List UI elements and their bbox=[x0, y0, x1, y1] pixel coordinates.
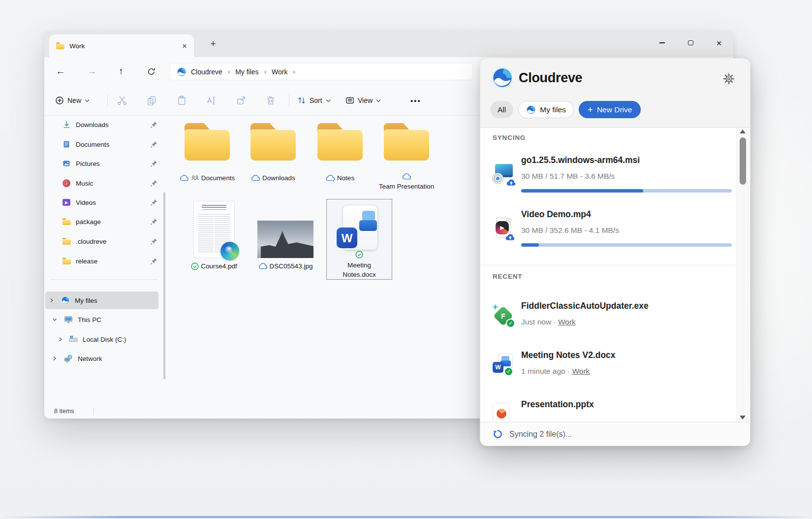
chip-label: My files bbox=[540, 105, 566, 114]
folder-name: Downloads bbox=[262, 173, 295, 183]
maximize-button[interactable] bbox=[676, 31, 705, 55]
recent-location-link[interactable]: Work bbox=[558, 318, 576, 326]
recent-location-link[interactable]: Work bbox=[572, 367, 590, 375]
synced-check-icon bbox=[355, 251, 363, 259]
close-button[interactable]: × bbox=[705, 31, 733, 55]
sidebar-item-this-pc[interactable]: This PC bbox=[48, 311, 163, 328]
more-options-button[interactable]: ••• bbox=[410, 86, 421, 115]
forward-button[interactable]: → bbox=[85, 64, 99, 79]
sidebar-item-network[interactable]: Network bbox=[48, 350, 163, 367]
folder-tile-notes[interactable]: Notes bbox=[311, 122, 370, 183]
cloud-sync-icon bbox=[326, 175, 335, 181]
sidebar-item-music[interactable]: ♪ Music bbox=[48, 174, 163, 192]
paste-icon bbox=[177, 96, 187, 105]
pin-icon bbox=[150, 199, 157, 206]
sidebar-item-label: Local Disk (C:) bbox=[83, 336, 126, 343]
breadcrumb-item-my-files[interactable]: My files bbox=[235, 68, 258, 76]
sidebar-item-pictures[interactable]: Pictures bbox=[48, 155, 163, 172]
syncing-heading: SYNCING bbox=[493, 134, 526, 141]
sort-button[interactable]: Sort bbox=[297, 86, 331, 115]
word-docx-icon: W ✓ bbox=[492, 354, 514, 376]
cut-icon bbox=[117, 96, 127, 105]
sidebar-item-downloads[interactable]: Downloads bbox=[48, 116, 163, 133]
music-icon: ♪ bbox=[62, 179, 71, 188]
breadcrumb-item-cloudreve[interactable]: Cloudreve bbox=[191, 68, 222, 76]
sidebar-item-label: Music bbox=[76, 180, 93, 187]
sidebar-item-my-files[interactable]: My files bbox=[45, 292, 158, 309]
sync-file-name: go1.25.5.windows-arm64.msi bbox=[521, 155, 640, 165]
refresh-button[interactable] bbox=[144, 64, 158, 79]
new-tab-button[interactable]: + bbox=[207, 37, 219, 50]
chevron-down-icon[interactable] bbox=[52, 317, 59, 322]
plus-icon: + bbox=[588, 105, 593, 114]
sidebar-scrollbar[interactable] bbox=[163, 192, 165, 379]
chevron-right-icon[interactable] bbox=[52, 356, 59, 361]
tab-work[interactable]: Work × bbox=[49, 34, 194, 57]
sidebar-item-release[interactable]: release bbox=[48, 252, 163, 270]
dot-separator: · bbox=[553, 318, 556, 326]
sync-progress-bar bbox=[521, 243, 732, 247]
file-tile-dsc05543-jpg[interactable]: DSC05543.jpg bbox=[256, 197, 315, 271]
breadcrumb-item-work[interactable]: Work bbox=[272, 68, 287, 76]
share-button[interactable] bbox=[236, 86, 246, 115]
sparkle-icon bbox=[492, 304, 499, 310]
sidebar-item-documents[interactable]: Documents bbox=[48, 135, 163, 153]
cloudreve-logo-icon bbox=[61, 296, 70, 305]
back-button[interactable]: ← bbox=[53, 64, 68, 79]
this-pc-icon bbox=[64, 315, 73, 324]
minimize-button[interactable] bbox=[648, 31, 676, 55]
folder-tile-documents[interactable]: Documents bbox=[178, 122, 237, 183]
scroll-up-arrow[interactable] bbox=[740, 130, 746, 133]
downloads-icon bbox=[62, 120, 71, 129]
sort-icon bbox=[297, 96, 306, 105]
popup-title: Cloudreve bbox=[519, 70, 582, 86]
recent-file-name: FiddlerClassicAutoUpdater.exe bbox=[521, 301, 649, 311]
chevron-right-icon[interactable] bbox=[49, 298, 56, 303]
cut-button[interactable] bbox=[117, 86, 127, 115]
sidebar-item-cloudreve-folder[interactable]: .cloudreve bbox=[48, 232, 163, 250]
paste-button[interactable] bbox=[177, 86, 187, 115]
sidebar-item-label: My files bbox=[75, 297, 97, 304]
breadcrumb[interactable]: Cloudreve › My files › Work › bbox=[170, 64, 472, 80]
new-button[interactable]: New bbox=[55, 86, 90, 115]
pin-icon bbox=[150, 180, 157, 187]
cloudreve-logo bbox=[491, 66, 514, 89]
bottom-accent-line bbox=[0, 516, 812, 518]
sidebar-item-local-disk-c[interactable]: Local Disk (C:) bbox=[48, 330, 163, 348]
chevron-right-icon[interactable] bbox=[58, 337, 65, 342]
cloudreve-logo-icon bbox=[526, 105, 536, 115]
folder-icon bbox=[62, 257, 71, 265]
fiddler-exe-icon: F ✓ bbox=[492, 304, 514, 327]
folder-tile-team-presentation[interactable]: Team Presentation bbox=[377, 122, 436, 191]
synced-check-badge: ✓ bbox=[504, 367, 513, 376]
popup-scrollbar-thumb[interactable] bbox=[740, 137, 746, 185]
sort-button-label: Sort bbox=[310, 97, 322, 104]
recent-file-meta: Just now · Work bbox=[521, 318, 576, 326]
rename-button[interactable] bbox=[206, 86, 216, 115]
sync-file-detail: 30 MB / 51.7 MB - 3.6 MB/s bbox=[521, 172, 615, 181]
file-tile-meeting-notes-docx-selected[interactable]: W Meeting Notes.docx bbox=[326, 199, 392, 280]
tab-close-icon[interactable]: × bbox=[182, 42, 187, 50]
folder-icon bbox=[56, 42, 64, 49]
window-controls: × bbox=[648, 31, 733, 55]
cloud-sync-icon bbox=[402, 173, 411, 180]
settings-button[interactable] bbox=[722, 72, 735, 85]
dot-separator: · bbox=[567, 367, 570, 375]
sidebar-item-videos[interactable]: ▶ Videos bbox=[48, 194, 163, 211]
file-tile-course4-pdf[interactable]: Course4.pdf bbox=[185, 197, 244, 271]
folder-icon bbox=[249, 122, 297, 162]
new-drive-button[interactable]: + New Drive bbox=[579, 101, 641, 118]
view-button[interactable]: View bbox=[345, 86, 381, 115]
delete-button[interactable] bbox=[266, 86, 276, 115]
sync-file-name: Video Demo.mp4 bbox=[521, 209, 591, 220]
powerpoint-pptx-icon bbox=[492, 403, 514, 422]
sidebar-item-label: Pictures bbox=[76, 160, 100, 167]
folder-tile-downloads[interactable]: Downloads bbox=[244, 122, 303, 183]
scroll-down-arrow[interactable] bbox=[740, 416, 746, 420]
chip-my-files[interactable]: My files bbox=[518, 101, 574, 118]
chip-all[interactable]: All bbox=[490, 101, 513, 118]
up-button[interactable]: ↑ bbox=[114, 64, 128, 79]
copy-button[interactable] bbox=[147, 86, 156, 115]
network-icon bbox=[64, 354, 73, 363]
sidebar-item-package[interactable]: package bbox=[48, 213, 163, 230]
